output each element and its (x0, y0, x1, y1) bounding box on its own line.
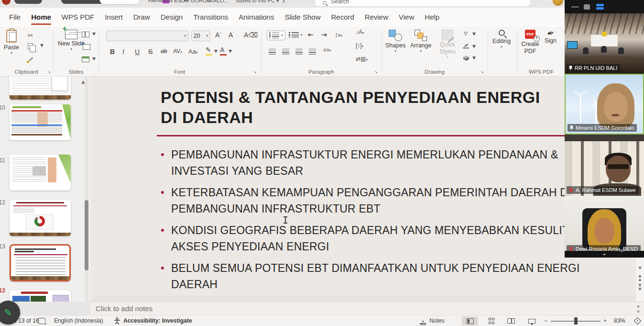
shape-fill-icon[interactable]: 🜄 (463, 30, 469, 37)
notes-toggle[interactable]: ▲ Notes (420, 317, 445, 326)
menu-record[interactable]: Record (326, 8, 360, 27)
increase-indent-icon[interactable]: ⇥ (321, 31, 327, 38)
strike-ab-icon[interactable]: ab (161, 48, 167, 55)
menu-design[interactable]: Design (155, 8, 188, 27)
thumbnail-slide-13-selected[interactable] (10, 244, 71, 281)
decrease-indent-icon[interactable]: ⇤ (308, 31, 314, 38)
drawing-dialog-launcher[interactable]: ↘ (480, 69, 484, 74)
change-case-icon[interactable]: Aa▾ (188, 48, 197, 55)
menu-file[interactable]: File (4, 8, 26, 27)
app-icon[interactable] (2, 0, 11, 5)
menu-home[interactable]: Home (26, 8, 56, 27)
font-color-icon[interactable]: A (220, 46, 227, 56)
menu-help[interactable]: Help (419, 8, 445, 27)
font-color-dropdown[interactable]: ▾ (229, 49, 232, 53)
shape-outline-icon[interactable] (462, 43, 470, 50)
menu-wps-pdf[interactable]: WPS PDF (56, 8, 99, 27)
numbering-button[interactable]: ▾ (289, 32, 303, 38)
italic-button[interactable]: I (122, 48, 124, 56)
collapse-panel-chevron-icon[interactable]: ⌄ (602, 249, 607, 257)
account-avatar[interactable] (553, 0, 563, 6)
menu-animations[interactable]: Animations (233, 8, 279, 27)
view-reading-button[interactable] (503, 316, 519, 326)
reset-slide-icon[interactable] (83, 44, 90, 50)
menu-draw[interactable]: Draw (128, 8, 155, 27)
underline-button[interactable]: U (135, 48, 140, 56)
video-tile-rr-pln[interactable]: RR PLN UID BALI (565, 13, 644, 74)
sign-button[interactable]: ✒ Sign (545, 30, 557, 45)
slide-title[interactable]: POTENSI & TANTANGAN PENYEDIAAN ENERGI DI… (161, 87, 540, 127)
language-status[interactable]: English (Indonesia) (54, 317, 103, 324)
layout-dropdown[interactable]: ▾ (92, 32, 96, 35)
bullet-item[interactable]: KETERBATASAN KEMAMPUAN PENGANGGARAN PEME… (171, 184, 630, 217)
view-slide-sorter-button[interactable] (483, 316, 500, 326)
fill-dropdown[interactable]: ▾ (472, 32, 476, 35)
menu-review[interactable]: Review (360, 8, 393, 27)
font-name-combo[interactable]: ▾ (106, 31, 188, 41)
bullet-item[interactable]: BELUM SEMUA POTENSI EBT DIMANFAATKAN UNT… (171, 260, 630, 292)
section-dropdown[interactable]: ▾ (92, 56, 96, 60)
menu-transitions[interactable]: Transitions (188, 8, 233, 27)
columns-icon[interactable]: ≡≡▾ (323, 47, 331, 53)
shapes-button[interactable]: Shapes▾ (385, 30, 405, 53)
strikethrough-button[interactable]: S (148, 48, 153, 56)
video-tile-dewi[interactable]: Dewi Rosaria Amin_DESD ⌄ (565, 196, 644, 258)
scroll-down-icon[interactable]: ▼ (636, 265, 644, 270)
character-spacing-icon[interactable]: AV▾ (173, 48, 182, 55)
clear-formatting-icon[interactable]: A⌫ (244, 31, 258, 39)
zoom-out-button[interactable]: − (544, 317, 547, 324)
thumbnail-slide-11[interactable] (10, 104, 71, 140)
zoom-level[interactable]: 83% (614, 317, 625, 324)
quick-styles-button[interactable]: Quick Styles▾ (436, 30, 459, 59)
align-left-icon[interactable] (269, 49, 276, 55)
shape-effects-icon[interactable] (462, 55, 470, 61)
notes-pane[interactable]: Click to add notes ▲▼ (91, 302, 644, 315)
font-size-combo[interactable]: 20▾ (191, 31, 210, 41)
align-text-icon[interactable]: [↕]▾ (356, 42, 363, 49)
highlight-dropdown[interactable]: ▾ (214, 49, 218, 53)
slide-bullet-list[interactable]: PEMBANGUNAN INFRASTUKTUR ENERGI MEMERLUK… (171, 146, 630, 296)
highlight-color-icon[interactable]: ✎ (206, 46, 212, 56)
accessibility-status[interactable]: Accessibility: Investigate (123, 317, 192, 324)
share-icon[interactable]: ⇪ (281, 0, 286, 4)
outline-dropdown[interactable]: ▾ (472, 44, 476, 48)
copy-icon[interactable] (28, 43, 33, 49)
menu-insert[interactable]: Insert (99, 8, 128, 27)
shrink-font-icon[interactable]: Aˇ (229, 31, 234, 39)
align-right-icon[interactable] (295, 49, 303, 55)
view-slideshow-button[interactable] (524, 316, 540, 326)
thumbnail-slide-14[interactable] (10, 290, 71, 302)
saved-status[interactable]: Saved to this PC ▾ (236, 0, 279, 4)
arrange-button[interactable]: Arrange▾ (410, 30, 431, 53)
cut-icon[interactable]: ✂ (28, 32, 33, 39)
restore-icon[interactable] (584, 4, 590, 10)
paste-options-dropdown[interactable]: ▾ (40, 43, 44, 47)
next-slide-button[interactable]: ▼▼ (636, 283, 644, 291)
zoom-slider-thumb[interactable] (574, 317, 578, 325)
zoom-in-button[interactable]: + (603, 317, 607, 324)
thumbnail-slide-13-chart[interactable] (10, 200, 71, 236)
previous-slide-button[interactable]: ▲▲ (636, 274, 644, 281)
notes-scroll-arrows[interactable]: ▲▼ (635, 303, 642, 315)
justify-icon[interactable] (309, 49, 316, 55)
horizontal-scrollbar[interactable] (91, 296, 636, 302)
effects-dropdown[interactable]: ▾ (472, 56, 476, 59)
view-normal-button[interactable] (462, 316, 478, 326)
format-painter-icon[interactable] (27, 56, 33, 63)
thumbnails-scrollbar-thumb[interactable] (85, 200, 88, 270)
editing-button[interactable]: Editing▾ (492, 30, 511, 49)
thumbnail-slide-10[interactable] (10, 77, 71, 100)
quick-access-bubble[interactable] (99, 0, 141, 5)
video-tile-rahmat[interactable]: A. Rahmat ESDM Sulawe (565, 135, 644, 196)
create-pdf-button[interactable]: PDF Create PDF (519, 30, 542, 55)
grow-font-icon[interactable]: A^ (215, 31, 221, 39)
text-direction-icon[interactable]: ↓A▾ (356, 29, 364, 35)
notes-placeholder[interactable]: Click to add notes (96, 304, 153, 313)
spellcheck-icon[interactable] (38, 318, 45, 324)
gallery-view-icon[interactable] (596, 4, 604, 11)
menu-view[interactable]: View (393, 8, 419, 27)
slide-canvas[interactable]: POTENSI & TANTANGAN PENYEDIAAN ENERGI DI… (91, 77, 636, 296)
slide-layout-icon[interactable] (82, 32, 89, 37)
align-center-icon[interactable] (282, 49, 289, 55)
bold-button[interactable]: B (110, 48, 115, 56)
